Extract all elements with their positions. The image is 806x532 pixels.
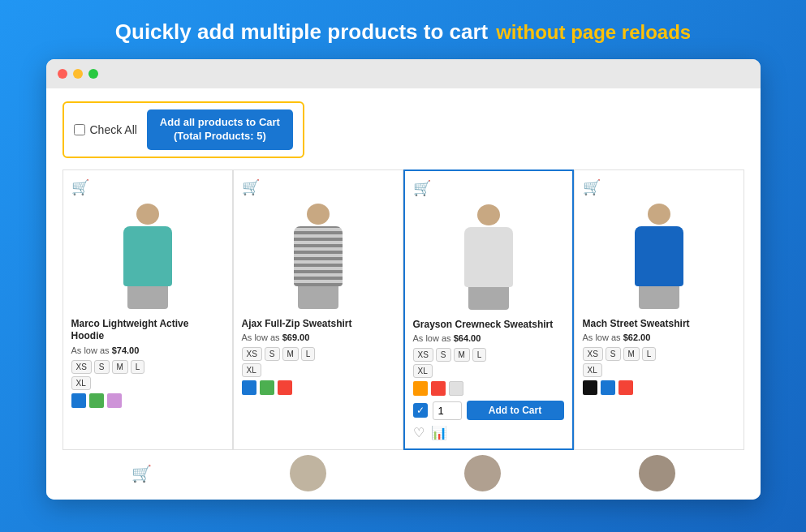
add-to-cart-row-3: ✓ Add to Cart xyxy=(413,401,564,420)
person-body-1 xyxy=(123,226,172,286)
product-name-2: Ajax Full-Zip Sweatshirt xyxy=(242,318,394,331)
size-xs-2[interactable]: XS xyxy=(242,347,262,361)
size-l-2[interactable]: L xyxy=(301,347,316,361)
size-m-4[interactable]: M xyxy=(623,347,640,361)
person-body-2 xyxy=(294,226,343,286)
person-legs-1 xyxy=(127,286,168,309)
size-l-1[interactable]: L xyxy=(131,360,145,374)
size-s-1[interactable]: S xyxy=(94,360,110,374)
check-all-checkbox[interactable] xyxy=(74,124,85,135)
size-l-3[interactable]: L xyxy=(472,348,487,362)
sizes-row-3b: XL xyxy=(413,364,564,378)
color-black-4 xyxy=(583,380,597,395)
mini-img-3 xyxy=(639,455,675,491)
person-legs-2 xyxy=(298,286,338,309)
product-img-2 xyxy=(242,200,394,313)
mini-img-2 xyxy=(464,455,501,491)
check-all-label: Check All xyxy=(90,123,137,136)
color-red-2 xyxy=(278,380,292,395)
add-all-button[interactable]: Add all products to Cart (Total Products… xyxy=(147,109,293,150)
products-grid: 🛒 Marco Lightweight Active Hoodie As low… xyxy=(62,169,744,451)
product-img-1 xyxy=(71,200,224,313)
color-blue-2 xyxy=(242,380,256,395)
bottom-row: 🛒 xyxy=(62,450,744,491)
mini-img-1 xyxy=(290,455,326,491)
product-figure-2 xyxy=(286,204,351,309)
dot-red xyxy=(58,69,67,79)
product-price-2: As low as $69.00 xyxy=(242,332,394,342)
cart-icon-1: 🛒 xyxy=(71,178,224,196)
product-card-3: 🛒 Grayson Crewneck Sweatshirt As low as … xyxy=(403,169,574,451)
qty-checkbox-3[interactable]: ✓ xyxy=(413,403,428,418)
sizes-row-4: XS S M L xyxy=(583,347,735,361)
bottom-cart-icon: 🛒 xyxy=(131,464,152,483)
dot-yellow xyxy=(73,69,83,79)
person-head-4 xyxy=(648,204,670,225)
sizes-row-2b: XL xyxy=(242,363,394,377)
person-legs-4 xyxy=(639,286,679,309)
size-xs-4[interactable]: XS xyxy=(583,347,603,361)
product-figure-3 xyxy=(456,204,521,310)
size-m-3[interactable]: M xyxy=(454,348,470,362)
color-white-3 xyxy=(449,381,463,396)
cart-icon-4: 🛒 xyxy=(583,178,735,196)
browser-window: Check All Add all products to Cart (Tota… xyxy=(46,59,761,500)
product-figure-4 xyxy=(627,204,692,309)
person-legs-3 xyxy=(468,287,509,310)
sizes-row-2: XS S M L xyxy=(242,347,394,361)
person-head-3 xyxy=(477,204,500,225)
color-green-2 xyxy=(260,380,274,395)
headline-sub: without page reloads xyxy=(496,21,691,44)
person-head-2 xyxy=(307,204,330,225)
product-img-3 xyxy=(413,200,564,314)
sizes-row-1b: XL xyxy=(71,376,224,390)
color-blue-4 xyxy=(601,380,615,395)
dot-green xyxy=(88,69,98,79)
size-s-2[interactable]: S xyxy=(265,347,280,361)
person-body-3 xyxy=(464,227,513,287)
size-xl-3[interactable]: XL xyxy=(413,364,433,378)
size-xs-3[interactable]: XS xyxy=(413,348,433,362)
wishlist-icon-3: ♡ xyxy=(413,425,425,440)
browser-content: Check All Add all products to Cart (Tota… xyxy=(46,88,761,500)
color-red-3 xyxy=(431,381,446,396)
product-figure-1 xyxy=(115,204,180,309)
compare-icon-3: 📊 xyxy=(431,425,447,440)
color-orange-3 xyxy=(413,381,428,396)
colors-row-1 xyxy=(71,393,224,408)
add-all-button-line2: (Total Products: 5) xyxy=(160,130,280,144)
browser-bar xyxy=(46,59,761,88)
product-price-4: As low as $62.00 xyxy=(583,332,735,342)
toolbar: Check All Add all products to Cart (Tota… xyxy=(62,101,304,158)
size-m-1[interactable]: M xyxy=(112,360,128,374)
person-body-4 xyxy=(635,226,683,286)
product-name-3: Grayson Crewneck Sweatshirt xyxy=(413,319,564,332)
product-card-1: 🛒 Marco Lightweight Active Hoodie As low… xyxy=(62,169,233,451)
size-s-3[interactable]: S xyxy=(436,348,451,362)
colors-row-2 xyxy=(242,380,394,395)
add-to-cart-button-3[interactable]: Add to Cart xyxy=(467,401,564,420)
product-price-3: As low as $64.00 xyxy=(413,333,564,343)
color-green-1 xyxy=(89,393,104,408)
sizes-row-3: XS S M L xyxy=(413,348,564,362)
size-s-4[interactable]: S xyxy=(606,347,621,361)
size-xl-1[interactable]: XL xyxy=(71,376,91,390)
size-xl-2[interactable]: XL xyxy=(242,363,261,377)
sizes-row-4b: XL xyxy=(583,363,735,377)
size-l-4[interactable]: L xyxy=(642,347,657,361)
colors-row-4 xyxy=(583,380,735,395)
product-card-4: 🛒 Mach Street Sweatshirt As low as $62.0… xyxy=(574,169,744,451)
product-name-1: Marco Lightweight Active Hoodie xyxy=(71,318,224,343)
size-m-2[interactable]: M xyxy=(282,347,299,361)
product-name-4: Mach Street Sweatshirt xyxy=(583,318,735,331)
bottom-icons-3: ♡ 📊 xyxy=(413,425,564,440)
product-price-1: As low as $74.00 xyxy=(71,345,224,355)
qty-input-3[interactable] xyxy=(433,401,462,420)
size-xl-4[interactable]: XL xyxy=(583,363,602,377)
headline-main: Quickly add multiple products to cart xyxy=(115,19,488,45)
size-xs-1[interactable]: XS xyxy=(71,360,92,374)
check-all-area: Check All xyxy=(74,123,137,136)
add-all-button-line1: Add all products to Cart xyxy=(160,116,280,130)
colors-row-3 xyxy=(413,381,564,396)
product-card-2: 🛒 Ajax Full-Zip Sweatshirt As low as $69… xyxy=(233,169,403,451)
